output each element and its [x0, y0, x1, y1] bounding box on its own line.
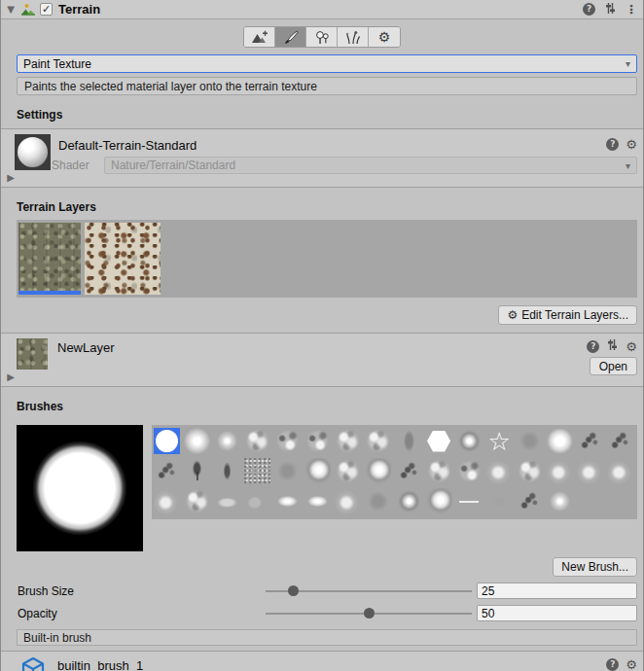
brush-thumbnail[interactable] — [184, 428, 210, 454]
tool-paint-trees[interactable] — [306, 27, 338, 47]
builtin-brush-name: builtin_brush_1 — [57, 656, 596, 671]
gear-icon[interactable]: ⚙ — [626, 340, 637, 353]
brush-thumbnail[interactable] — [214, 458, 240, 484]
help-icon[interactable]: ? — [583, 3, 595, 16]
opacity-row: Opacity — [18, 605, 637, 621]
brushes-section-label: Brushes — [17, 400, 643, 413]
brush-thumbnail[interactable] — [547, 428, 573, 454]
brush-thumbnail[interactable] — [335, 428, 361, 454]
chevron-down-icon: ▾ — [626, 160, 630, 171]
brush-thumbnail[interactable] — [274, 428, 301, 454]
brush-thumbnail[interactable] — [547, 488, 573, 514]
brush-size-field[interactable] — [477, 583, 637, 599]
shader-label: Shader — [52, 159, 96, 172]
component-enabled-checkbox[interactable]: ✓ — [40, 3, 53, 16]
brush-thumbnail[interactable] — [396, 458, 422, 484]
kebab-menu-icon[interactable]: ⋮ — [626, 3, 637, 17]
slider-handle[interactable] — [364, 608, 375, 618]
brush-thumbnail[interactable] — [244, 428, 270, 454]
edit-terrain-layers-label: Edit Terrain Layers... — [521, 308, 628, 322]
builtin-brush-editor-box: {} builtin_brush_1 ? ⚙ ▶ — [1, 651, 643, 671]
slider-handle[interactable] — [288, 585, 299, 596]
terrain-layer-name: NewLayer — [57, 338, 577, 355]
brush-thumbnail[interactable] — [244, 458, 270, 484]
brush-thumbnail[interactable] — [214, 488, 240, 514]
tool-terrain-settings[interactable]: ⚙ — [369, 27, 400, 47]
brush-thumbnail[interactable] — [274, 458, 301, 484]
brush-thumbnail[interactable] — [396, 488, 422, 514]
brush-thumbnail[interactable] — [547, 458, 573, 484]
shader-dropdown: Nature/Terrain/Standard ▾ — [104, 157, 637, 174]
gear-icon: ⚙ — [378, 30, 391, 44]
presets-icon[interactable] — [606, 338, 619, 354]
brush-thumbnail[interactable] — [426, 488, 452, 514]
terrain-toolbar: ⚙ — [243, 26, 401, 48]
material-preview[interactable] — [15, 134, 51, 170]
brush-thumbnail[interactable] — [486, 458, 513, 484]
brush-thumbnail[interactable] — [154, 428, 180, 454]
brush-thumbnail[interactable] — [426, 428, 452, 454]
material-foldout-icon[interactable]: ▶ — [5, 172, 17, 183]
settings-section-label: Settings — [17, 108, 643, 122]
open-button[interactable]: Open — [590, 357, 637, 375]
brush-thumbnail[interactable] — [335, 488, 361, 514]
brush-preview-circle — [17, 425, 143, 551]
brush-size-slider[interactable] — [266, 583, 472, 599]
tool-paint-terrain[interactable] — [275, 27, 306, 47]
brush-thumbnail[interactable] — [154, 458, 180, 484]
brush-thumbnail[interactable] — [607, 428, 633, 454]
brush-thumbnail[interactable]: ☆ — [486, 428, 513, 454]
brush-thumbnail[interactable] — [335, 458, 361, 484]
brush-thumbnail[interactable] — [577, 428, 603, 454]
brush-thumbnail[interactable] — [304, 428, 331, 454]
paint-tool-dropdown-value: Paint Texture — [23, 57, 626, 71]
brush-thumbnail[interactable] — [517, 488, 543, 514]
brush-thumbnail[interactable] — [365, 428, 391, 454]
brush-thumbnail[interactable] — [244, 488, 270, 514]
brush-thumbnail[interactable] — [184, 458, 210, 484]
help-icon[interactable]: ? — [587, 340, 599, 353]
new-brush-button[interactable]: New Brush... — [553, 557, 637, 577]
brush-thumbnail[interactable] — [456, 428, 483, 454]
opacity-slider[interactable] — [266, 605, 472, 621]
gear-icon: ⚙ — [507, 309, 518, 322]
opacity-field[interactable] — [477, 605, 637, 621]
brush-thumbnail[interactable] — [365, 458, 391, 484]
open-button-label: Open — [599, 360, 627, 373]
brush-thumbnail[interactable] — [214, 428, 240, 454]
brush-thumbnail[interactable] — [426, 458, 452, 484]
brush-thumbnail[interactable] — [456, 488, 483, 514]
brush-thumbnail — [577, 488, 603, 514]
brush-thumbnail[interactable] — [274, 488, 301, 514]
opacity-label: Opacity — [18, 607, 266, 620]
terrain-component-icon — [20, 2, 36, 18]
brush-thumbnail[interactable] — [486, 488, 513, 514]
brush-thumbnail[interactable] — [517, 458, 543, 484]
tool-paint-details[interactable] — [338, 27, 369, 47]
gear-icon[interactable]: ⚙ — [626, 138, 637, 151]
brush-thumbnail[interactable] — [365, 488, 391, 514]
gear-icon[interactable]: ⚙ — [626, 658, 637, 671]
terrain-layer-thumbnail-grass[interactable] — [18, 223, 81, 295]
brush-thumbnail[interactable] — [577, 458, 603, 484]
terrain-layer-thumbnail-rock[interactable] — [85, 223, 161, 295]
brush-thumbnail[interactable] — [304, 488, 331, 514]
brush-thumbnail[interactable] — [456, 458, 483, 484]
foldout-expanded-icon[interactable]: ▼ — [5, 4, 17, 15]
presets-icon[interactable] — [604, 2, 617, 18]
brush-thumbnail[interactable] — [396, 428, 422, 454]
help-icon[interactable]: ? — [606, 138, 619, 151]
brush-thumbnail[interactable] — [154, 488, 180, 514]
terrain-layer-foldout-icon[interactable]: ▶ — [5, 371, 17, 382]
terrain-layer-thumbnail[interactable] — [17, 338, 48, 370]
chevron-down-icon: ▾ — [626, 58, 630, 69]
tool-create-neighbor-terrains[interactable] — [244, 27, 275, 47]
brush-thumbnail[interactable] — [304, 458, 331, 484]
help-icon[interactable]: ? — [606, 658, 619, 671]
brush-thumbnail[interactable] — [184, 488, 210, 514]
brush-thumbnail[interactable] — [517, 428, 543, 454]
edit-terrain-layers-button[interactable]: ⚙ Edit Terrain Layers... — [498, 305, 637, 325]
tool-description-helpbox: Paints the selected material layer onto … — [17, 77, 637, 95]
paint-tool-dropdown[interactable]: Paint Texture ▾ — [17, 54, 637, 73]
brush-thumbnail[interactable] — [607, 458, 633, 484]
